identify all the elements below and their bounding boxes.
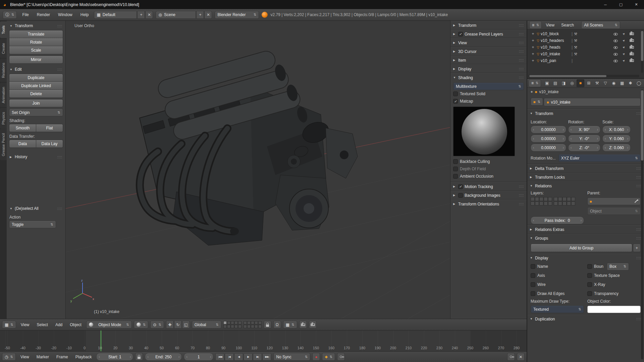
wire-checkbox[interactable] <box>531 282 535 287</box>
expand-icon[interactable]: ▶ <box>453 50 457 53</box>
use-preview-range-button[interactable] <box>135 353 143 361</box>
scale-button[interactable]: Scale <box>9 46 63 54</box>
rotation-y-field[interactable]: ‹Y: -0°› <box>568 135 600 142</box>
close-button[interactable]: ✕ <box>629 0 644 9</box>
snap-element-dropdown[interactable]: ▦ ⇅ <box>283 321 297 328</box>
layer-cell[interactable] <box>231 321 234 324</box>
duplicate-linked-button[interactable]: Duplicate Linked <box>9 82 63 90</box>
layer-cell[interactable] <box>531 197 535 201</box>
renderability-toggle[interactable] <box>630 53 634 55</box>
axis-checkbox[interactable] <box>531 273 535 278</box>
scale-manipulator-button[interactable]: ◱ <box>182 321 190 328</box>
rotate-manipulator-button[interactable]: ↻ <box>174 321 182 328</box>
layer-cell[interactable] <box>567 201 571 205</box>
expand-icon[interactable]: ▶ <box>453 59 457 62</box>
expand-icon[interactable]: ▶ <box>10 156 13 159</box>
timeline-marker-menu[interactable]: Marker <box>34 355 52 359</box>
panel-header-npanel-transform[interactable]: ▶ Transform :::: <box>450 21 527 29</box>
tab-create[interactable]: Create <box>0 39 7 58</box>
selectability-toggle[interactable]: ➤ <box>622 52 626 56</box>
layer-cell[interactable] <box>255 325 258 328</box>
insert-keyframe-button[interactable] <box>337 353 345 361</box>
shading-mode-dropdown[interactable]: Multitexture ⇅ <box>453 82 524 90</box>
backface-culling-checkbox[interactable] <box>453 159 458 164</box>
layer-cell[interactable] <box>554 197 558 201</box>
panel-grip-icon[interactable]: :::: <box>57 68 62 71</box>
selectability-toggle[interactable]: ➤ <box>622 32 626 36</box>
rotation-mode-dropdown[interactable]: XYZ Euler ⇅ <box>558 154 641 162</box>
add-screen-layout-button[interactable]: + <box>137 11 145 19</box>
tab-physics[interactable]: Physics <box>0 108 7 129</box>
timeline-ruler[interactable]: -50-40-30-20-100102030405060708090100110… <box>0 330 527 351</box>
layer-cell[interactable] <box>562 201 567 205</box>
add-scene-button[interactable]: + <box>196 11 204 19</box>
bounds-checkbox-row[interactable]: Boun Box ⇅ <box>587 263 641 270</box>
minimize-button[interactable]: ─ <box>598 0 613 9</box>
expand-icon[interactable]: ▶ <box>453 194 457 197</box>
viewport-add-menu[interactable]: Add <box>53 322 65 327</box>
rotate-button[interactable]: Rotate <box>9 38 63 46</box>
collapse-icon[interactable]: ▼ <box>10 207 13 210</box>
info-editor-type-button[interactable]: ⓘ ⇅ <box>3 11 17 19</box>
shade-smooth-button[interactable]: Smooth <box>9 124 36 132</box>
panel-grip-icon[interactable]: :::: <box>636 236 641 240</box>
object-name-field[interactable]: ■ v10_intake <box>544 98 641 106</box>
outliner-view-menu[interactable]: View <box>543 23 557 27</box>
layer-cell[interactable] <box>247 321 251 324</box>
panel-header-delta-transform[interactable]: ▶ Delta Transform :::: <box>527 164 644 173</box>
layer-cell[interactable] <box>227 321 230 324</box>
layer-cell[interactable] <box>247 325 251 328</box>
tab-render[interactable]: ▣ <box>543 79 551 87</box>
layer-cell[interactable] <box>571 201 575 205</box>
object-name[interactable]: v10_heads <box>541 45 570 50</box>
outliner-search-menu[interactable]: Search <box>558 23 577 27</box>
location-y-field[interactable]: ‹0.00000› <box>531 135 566 142</box>
layer-cell[interactable] <box>251 321 254 324</box>
panel-header-display[interactable]: ▼ Display :::: <box>527 253 644 262</box>
collapse-icon[interactable]: ▼ <box>530 112 533 115</box>
translate-manipulator-button[interactable]: ✚ <box>166 321 174 328</box>
play-reverse-button[interactable]: ◀ <box>234 353 243 361</box>
panel-grip-icon[interactable]: :::: <box>57 24 62 28</box>
layer-cell[interactable] <box>548 201 552 205</box>
panel-header-grease-pencil-layers[interactable]: ▶ ✓ Grease Pencil Layers :::: <box>450 29 527 38</box>
data-layout-button[interactable]: Data Lay <box>36 140 63 148</box>
selectability-toggle[interactable]: ➤ <box>622 39 626 43</box>
layer-cell[interactable] <box>539 201 543 205</box>
tab-constraints[interactable]: ⊞ <box>585 79 593 87</box>
collapse-icon[interactable]: ▼ <box>10 68 13 71</box>
panel-grip-icon[interactable]: :::: <box>636 228 641 231</box>
duplicate-button[interactable]: Duplicate <box>9 74 63 82</box>
outliner-row-v10-heads[interactable]: + ▽ v10_heads | ⚒ ➤ <box>527 44 644 51</box>
panel-grip-icon[interactable]: :::: <box>636 112 641 115</box>
panel-grip-icon[interactable]: :::: <box>519 58 524 62</box>
properties-editor-type-button[interactable]: ≡ ⇅ <box>529 79 541 87</box>
window-menu[interactable]: Window <box>55 12 75 17</box>
screen-layout-dropdown[interactable]: ▦ Default <box>94 11 137 19</box>
collapse-icon[interactable]: ▼ <box>453 76 457 79</box>
auto-keyframe-record-button[interactable]: ● <box>312 353 320 361</box>
panel-header-history[interactable]: ▶ History :::: <box>9 153 63 161</box>
panel-header-view[interactable]: ▶ View :::: <box>450 38 527 47</box>
tab-animation[interactable]: Animation <box>0 83 7 107</box>
rotation-z-field[interactable]: ‹Z: -0°› <box>568 144 600 152</box>
background-images-checkbox[interactable] <box>458 193 463 198</box>
join-button[interactable]: Join <box>9 99 63 107</box>
panel-header-motion-tracking[interactable]: ▶ ✓ Motion Tracking :::: <box>450 182 527 191</box>
timeline-frame-menu[interactable]: Frame <box>54 355 71 359</box>
help-menu[interactable]: Help <box>78 12 92 17</box>
layer-cell[interactable] <box>567 197 571 201</box>
panel-grip-icon[interactable]: :::: <box>636 184 641 188</box>
panel-header-transform[interactable]: ▼ Transform :::: <box>9 21 63 30</box>
panel-grip-icon[interactable]: :::: <box>519 50 524 53</box>
breadcrumb-object-name[interactable]: v10_intake <box>539 89 558 94</box>
texture-space-checkbox-row[interactable]: Texture Space <box>587 272 641 279</box>
panel-grip-icon[interactable]: :::: <box>57 207 62 210</box>
expand-icon[interactable]: ▶ <box>453 185 457 188</box>
tab-world[interactable]: ◎ <box>568 79 576 87</box>
panel-header-transform-locks[interactable]: ▶ Transform Locks :::: <box>527 173 644 181</box>
panel-grip-icon[interactable]: :::: <box>519 193 524 197</box>
layer-cell[interactable] <box>251 325 254 328</box>
tab-render-layers[interactable]: ▤ <box>551 79 559 87</box>
tab-physics[interactable]: ◯ <box>635 79 643 87</box>
